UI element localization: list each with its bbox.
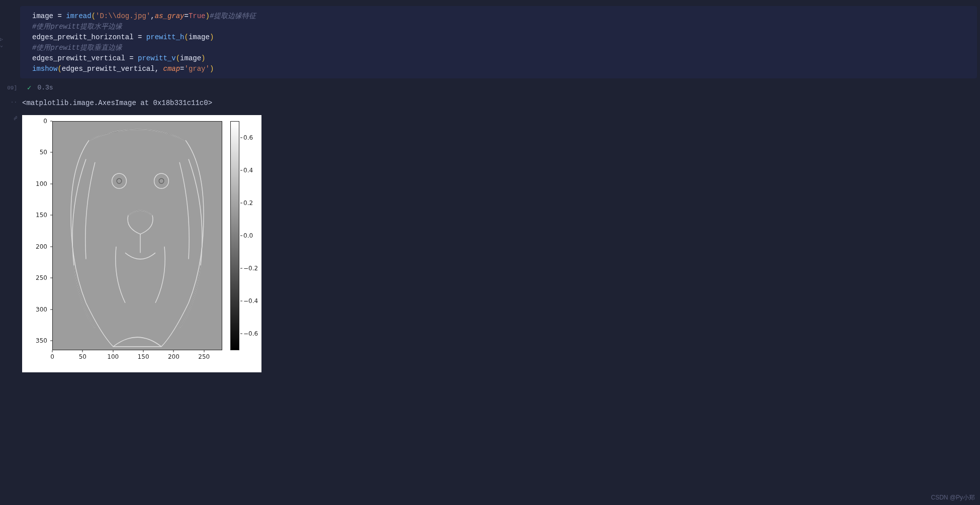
success-check-icon: ✓ (27, 83, 31, 92)
code-token: image (32, 12, 53, 20)
output-marker-gutter: ·· (4, 99, 20, 107)
x-tick-mark (82, 350, 83, 352)
code-content[interactable]: image = imread('D:\\dog.jpg',as_gray=Tru… (22, 11, 975, 74)
code-token: = (185, 12, 189, 20)
y-tick-label: 250 (36, 274, 47, 281)
x-tick-label: 150 (138, 353, 149, 360)
code-token: #使用prewitt提取垂直边缘 (32, 44, 122, 52)
gutter-spacer (0, 99, 4, 107)
run-cell-icon[interactable]: ▷ ⌄ (0, 36, 4, 48)
colorbar-tick-label: −0.6 (243, 330, 258, 337)
y-tick-mark (50, 309, 52, 310)
code-token: prewitt_h (146, 33, 185, 41)
output-text-row: ·· <matplotlib.image.AxesImage at 0x18b3… (0, 95, 980, 112)
notebook-page: ▷ ⌄ image = imread('D:\\dog.jpg',as_gray… (0, 0, 980, 505)
execution-status-row: 09] ✓ 0.3s (0, 82, 980, 95)
code-token: edges_prewitt_horizontal (32, 33, 134, 41)
output-marker-icon: ·· (11, 99, 17, 105)
colorbar-tick-mark (240, 137, 242, 138)
code-token: image (180, 54, 201, 62)
y-tick-mark (50, 121, 52, 122)
code-token: #使用prewitt提取水平边缘 (32, 23, 122, 31)
code-token: ) (210, 33, 214, 41)
y-tick-label: 300 (36, 306, 47, 313)
y-tick-label: 50 (40, 149, 47, 156)
code-token: prewitt_v (138, 54, 176, 62)
code-token: imread (66, 12, 91, 20)
code-token: imshow (32, 65, 57, 73)
code-token: ) (206, 12, 210, 20)
x-tick-mark (173, 350, 174, 352)
code-token: , (150, 12, 154, 20)
code-token: 'gray' (185, 65, 210, 73)
exec-count-label: 09] (7, 85, 17, 91)
code-token: ( (92, 12, 96, 20)
y-tick-label: 0 (43, 118, 47, 125)
y-tick-label: 350 (36, 337, 47, 344)
code-token: = (134, 33, 146, 41)
x-tick-mark (52, 350, 53, 352)
x-tick-mark (204, 350, 204, 352)
colorbar-tick-label: −0.2 (243, 265, 258, 272)
x-tick-label: 100 (107, 353, 119, 360)
repr-output: <matplotlib.image.AxesImage at 0x18b331c… (20, 99, 212, 107)
y-tick-mark (50, 152, 52, 153)
colorbar (230, 121, 239, 350)
code-token: edges_prewitt_vertical (32, 54, 125, 62)
code-token: as_gray (155, 12, 185, 20)
y-tick-label: 200 (36, 243, 47, 250)
colorbar-tick-label: 0.0 (243, 232, 253, 239)
y-tick-mark (50, 341, 52, 341)
edge-image (53, 122, 222, 350)
code-cell: ▷ ⌄ image = imread('D:\\dog.jpg',as_gray… (0, 0, 980, 82)
x-tick-label: 0 (50, 353, 54, 360)
x-tick-label: 50 (79, 353, 86, 360)
gutter-spacer (0, 115, 4, 372)
colorbar-tick-label: 0.6 (243, 134, 253, 141)
y-tick-mark (50, 278, 52, 278)
colorbar-ticks: 0.60.40.20.0−0.2−0.4−0.6 (240, 121, 260, 350)
exec-count-gutter: 09] (4, 85, 20, 91)
code-token: ) (210, 65, 214, 73)
y-tick-label: 150 (36, 212, 47, 219)
image-output-icon: ☍ (14, 115, 17, 122)
cell-collapse-gutter[interactable]: ▷ ⌄ (0, 6, 4, 78)
x-tick-label: 250 (198, 353, 210, 360)
colorbar-tick-label: 0.4 (243, 167, 253, 174)
x-axis-ticks: 050100150200250 (52, 350, 222, 365)
code-token: 'D:\\dog.jpg' (96, 12, 150, 20)
y-tick-mark (50, 215, 52, 216)
code-token: ( (184, 33, 188, 41)
cell-gutter (4, 6, 20, 78)
y-tick-label: 100 (36, 180, 47, 187)
y-tick-mark (50, 183, 52, 184)
code-token: = (53, 12, 66, 20)
colorbar-tick-label: 0.2 (243, 199, 253, 207)
code-token: ) (201, 54, 205, 62)
matplotlib-figure: 050100150200250300350 050100150200250 0.… (22, 115, 261, 372)
code-token: cmap (163, 65, 180, 73)
plot-axes (52, 121, 222, 350)
code-editor[interactable]: image = imread('D:\\dog.jpg',as_gray=Tru… (20, 6, 977, 78)
colorbar-tick-mark (240, 170, 242, 170)
colorbar-tick-mark (240, 203, 242, 203)
code-token: #提取边缘特征 (210, 12, 256, 20)
plot-output-row: ☍ (0, 112, 980, 372)
code-token: , (155, 65, 163, 73)
code-token: = (180, 65, 184, 73)
image-marker-gutter: ☍ (4, 115, 20, 372)
code-token: True (189, 12, 206, 20)
x-tick-mark (143, 350, 144, 352)
svg-rect-0 (53, 122, 222, 350)
colorbar-tick-mark (240, 334, 242, 334)
colorbar-tick-mark (240, 236, 242, 236)
code-token: = (125, 54, 138, 62)
code-token: ( (57, 65, 61, 73)
colorbar-tick-mark (240, 301, 242, 301)
y-tick-mark (50, 246, 52, 247)
execution-time: 0.3s (37, 84, 53, 91)
watermark: CSDN @Py小郑 (931, 493, 975, 502)
colorbar-tick-mark (240, 268, 242, 269)
code-token: image (189, 33, 210, 41)
code-token: edges_prewitt_vertical (62, 65, 155, 73)
